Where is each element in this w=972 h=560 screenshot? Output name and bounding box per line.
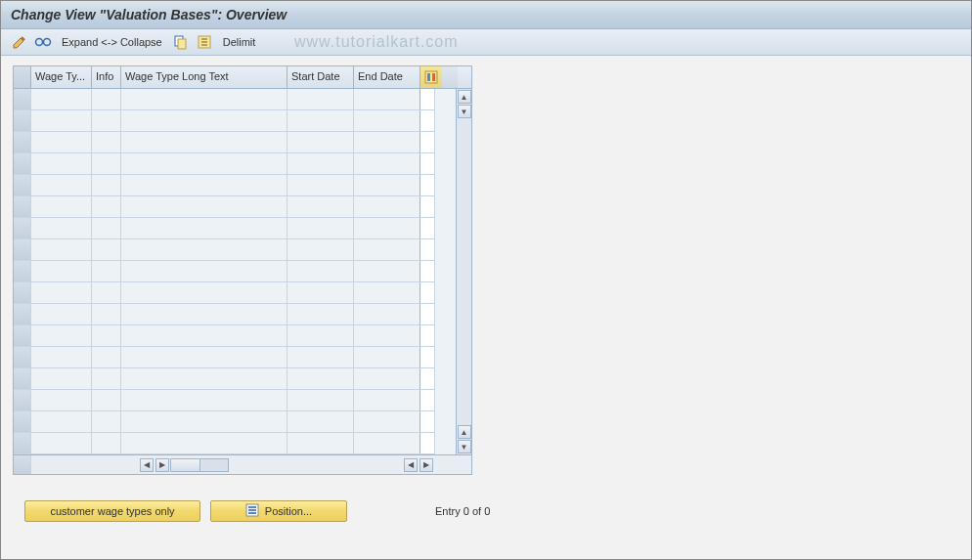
svg-rect-5 xyxy=(201,38,207,40)
table-row[interactable] xyxy=(14,153,434,175)
select-all-header[interactable] xyxy=(14,66,31,88)
svg-rect-8 xyxy=(425,71,437,83)
position-button[interactable]: Position... xyxy=(210,500,347,522)
table-row[interactable] xyxy=(14,411,434,433)
table-row[interactable] xyxy=(14,239,434,261)
scroll-up-icon[interactable]: ▲ xyxy=(458,425,471,439)
svg-rect-7 xyxy=(201,44,207,46)
edit-icon[interactable] xyxy=(11,33,28,51)
data-table: Wage Ty... Info Wage Type Long Text Star… xyxy=(13,65,472,475)
vertical-scrollbar[interactable]: ▲ ▼ ▲ ▼ xyxy=(456,89,471,454)
config-col-spacer xyxy=(434,89,456,454)
table-row[interactable] xyxy=(14,175,434,196)
table-row[interactable] xyxy=(14,89,434,110)
select-all-icon[interactable] xyxy=(196,33,213,51)
table-row[interactable] xyxy=(14,347,434,368)
delimit-button[interactable]: Delimit xyxy=(219,36,260,48)
scroll-down-icon[interactable]: ▼ xyxy=(458,105,471,118)
toolbar: Expand <-> Collapse Delimit www.tutorial… xyxy=(1,29,971,56)
table-row[interactable] xyxy=(14,390,434,411)
scroll-right-icon[interactable]: ▶ xyxy=(155,458,169,472)
svg-rect-10 xyxy=(432,73,435,81)
table-row[interactable] xyxy=(14,325,434,347)
table-row[interactable] xyxy=(14,368,434,390)
svg-point-0 xyxy=(36,39,43,46)
page-title: Change View "Valuation Bases": Overview xyxy=(11,7,961,22)
table-header-row: Wage Ty... Info Wage Type Long Text Star… xyxy=(14,66,471,89)
content-area: Wage Ty... Info Wage Type Long Text Star… xyxy=(1,56,971,539)
col-info[interactable]: Info xyxy=(92,66,121,88)
vscroll-header-spacer xyxy=(442,66,458,88)
display-icon[interactable] xyxy=(34,33,52,51)
table-row[interactable] xyxy=(14,282,434,304)
col-start-date[interactable]: Start Date xyxy=(287,66,354,88)
table-settings-icon[interactable] xyxy=(420,66,442,88)
table-row[interactable] xyxy=(14,196,434,218)
svg-rect-3 xyxy=(178,39,186,49)
table-row[interactable] xyxy=(14,110,434,132)
svg-rect-6 xyxy=(201,41,207,43)
customer-wage-types-button[interactable]: customer wage types only xyxy=(24,500,200,522)
table-row[interactable] xyxy=(14,304,434,325)
hscroll-thumb[interactable] xyxy=(171,459,200,471)
scroll-left-icon[interactable]: ◀ xyxy=(140,458,154,472)
watermark-text: www.tutorialkart.com xyxy=(294,33,459,51)
copy-icon[interactable] xyxy=(172,33,190,51)
position-icon xyxy=(245,503,259,519)
entry-count-text: Entry 0 of 0 xyxy=(435,505,490,517)
table-row[interactable] xyxy=(14,218,434,239)
svg-point-1 xyxy=(44,39,51,46)
svg-rect-14 xyxy=(248,512,256,514)
scroll-down-icon[interactable]: ▼ xyxy=(458,440,471,453)
col-long-text[interactable]: Wage Type Long Text xyxy=(121,66,287,88)
col-end-date[interactable]: End Date xyxy=(354,66,420,88)
svg-rect-9 xyxy=(427,73,430,81)
table-rows-area xyxy=(14,89,434,454)
scroll-up-icon[interactable]: ▲ xyxy=(458,90,471,104)
hscroll-corner xyxy=(14,455,31,474)
position-label: Position... xyxy=(265,505,312,517)
footer-bar: customer wage types only Position... Ent… xyxy=(13,493,959,530)
scroll-left-icon[interactable]: ◀ xyxy=(404,458,418,472)
table-row[interactable] xyxy=(14,261,434,282)
horizontal-scrollbar[interactable]: ◀ ▶ ◀ ▶ xyxy=(14,454,471,474)
page-header: Change View "Valuation Bases": Overview xyxy=(1,1,971,29)
table-row[interactable] xyxy=(14,433,434,454)
expand-collapse-button[interactable]: Expand <-> Collapse xyxy=(58,36,166,48)
customer-wage-types-label: customer wage types only xyxy=(50,505,174,517)
svg-rect-13 xyxy=(248,509,256,511)
table-body: ▲ ▼ ▲ ▼ xyxy=(14,89,471,454)
scroll-right-icon[interactable]: ▶ xyxy=(420,458,433,472)
table-row[interactable] xyxy=(14,132,434,153)
svg-rect-12 xyxy=(248,506,256,508)
col-wage-type[interactable]: Wage Ty... xyxy=(31,66,92,88)
hscroll-track[interactable] xyxy=(170,458,229,472)
